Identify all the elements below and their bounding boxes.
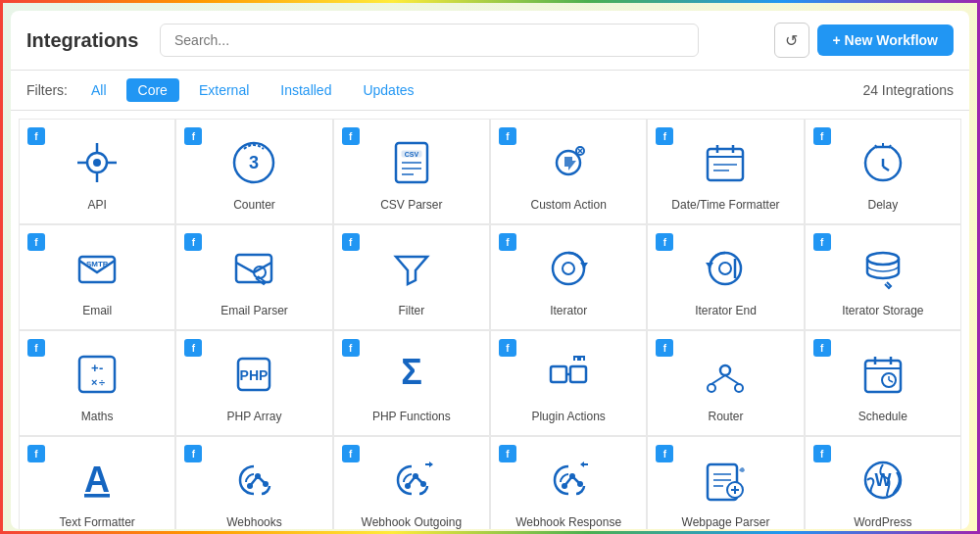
card-counter[interactable]: f 3 Counter	[175, 119, 332, 224]
php-functions-icon: Σ	[384, 347, 439, 402]
card-email[interactable]: f SMTP Email	[19, 224, 175, 330]
card-iterator[interactable]: f Iterator	[490, 224, 647, 330]
header: Integrations ↺ + New Workflow	[11, 11, 969, 71]
card-badge-schedule: f	[813, 339, 831, 357]
card-router[interactable]: f Router	[647, 330, 804, 436]
main-container: Integrations ↺ + New Workflow Filters: A…	[11, 11, 969, 529]
card-badge-maths: f	[27, 339, 45, 357]
svg-point-64	[263, 481, 269, 487]
webhook-outgoing-icon	[384, 453, 439, 508]
svg-point-34	[719, 263, 731, 274]
card-webhook-response[interactable]: f Webhook Response	[490, 436, 647, 529]
svg-line-60	[889, 380, 893, 382]
svg-line-25	[883, 167, 889, 170]
svg-point-51	[735, 384, 743, 392]
text-formatter-icon: A	[70, 453, 124, 508]
refresh-button[interactable]: ↺	[774, 23, 809, 58]
card-badge-email-parser: f	[184, 233, 202, 251]
card-webpage-parser[interactable]: f Webpage Parser	[647, 436, 804, 529]
card-datetime[interactable]: f Date/Time Formatter	[647, 119, 804, 224]
card-csv-parser[interactable]: f CSV CSV Parser	[333, 119, 490, 224]
filter-external[interactable]: External	[187, 78, 261, 102]
card-badge-webhook-response: f	[499, 445, 516, 462]
iterator-icon	[541, 241, 596, 296]
svg-marker-32	[580, 263, 588, 268]
svg-point-37	[867, 253, 899, 265]
card-maths[interactable]: f + - × ÷ Maths	[19, 330, 175, 436]
card-text-formatter[interactable]: f A Text Formatter	[19, 436, 175, 529]
card-api[interactable]: f API	[19, 119, 175, 224]
webhook-response-icon	[541, 453, 596, 508]
csv-icon: CSV	[384, 135, 439, 190]
svg-point-31	[563, 263, 574, 274]
svg-marker-69	[429, 461, 433, 467]
wordpress-icon: W	[856, 453, 910, 508]
filters-label: Filters:	[26, 82, 68, 98]
card-badge-iterator-end: f	[656, 233, 673, 251]
filter-updates[interactable]: Updates	[351, 78, 425, 102]
card-badge-webhook-outgoing: f	[342, 445, 360, 462]
card-custom-action[interactable]: f Custom Action	[490, 119, 647, 224]
svg-rect-28	[236, 255, 271, 282]
card-badge-iterator: f	[499, 233, 516, 251]
card-badge-delay: f	[813, 127, 831, 145]
svg-point-65	[405, 483, 411, 489]
counter-icon: 3	[226, 135, 281, 190]
card-php-functions[interactable]: f Σ PHP Functions	[333, 330, 490, 436]
svg-rect-47	[570, 366, 586, 382]
svg-point-67	[420, 481, 426, 487]
card-label-wordpress: WordPress	[854, 515, 911, 529]
card-label-iterator-storage: Iterator Storage	[842, 304, 923, 317]
email-parser-icon	[226, 241, 281, 296]
svg-point-70	[562, 483, 567, 489]
header-actions: ↺ + New Workflow	[774, 23, 954, 58]
card-wordpress[interactable]: f W WordPress	[805, 436, 961, 529]
svg-line-53	[725, 375, 739, 384]
card-label-schedule: Schedule	[858, 410, 907, 423]
card-label-php-array: PHP Array	[227, 410, 282, 423]
card-badge-webhooks: f	[184, 445, 202, 462]
card-delay[interactable]: f Delay	[805, 119, 961, 224]
card-badge-iterator-storage: f	[813, 233, 831, 251]
card-badge-wordpress: f	[813, 445, 831, 462]
card-email-parser[interactable]: f Email Parser	[175, 224, 332, 330]
svg-point-71	[569, 473, 575, 479]
svg-text:-: -	[99, 361, 103, 375]
filter-icon	[384, 241, 439, 296]
card-iterator-end[interactable]: f Iterator End	[647, 224, 804, 330]
card-php-array[interactable]: f PHP PHP Array	[175, 330, 332, 436]
card-schedule[interactable]: f Schedule	[805, 330, 961, 436]
filter-installed[interactable]: Installed	[269, 78, 343, 102]
card-plugin-actions[interactable]: f Plugin Actions	[490, 330, 647, 436]
filter-all[interactable]: All	[79, 78, 119, 102]
svg-text:÷: ÷	[99, 376, 105, 388]
datetime-icon	[698, 135, 753, 190]
card-webhook-outgoing[interactable]: f Webhook Outgoing	[333, 436, 490, 529]
page-title: Integrations	[26, 29, 144, 52]
new-workflow-button[interactable]: + New Workflow	[817, 24, 954, 56]
filter-core[interactable]: Core	[126, 78, 179, 102]
schedule-icon	[856, 347, 910, 402]
card-filter[interactable]: f Filter	[333, 224, 490, 330]
card-label-api: API	[87, 198, 106, 212]
card-label-php-functions: PHP Functions	[372, 410, 451, 423]
svg-point-72	[577, 481, 583, 487]
search-input[interactable]	[160, 24, 699, 57]
card-label-webpage-parser: Webpage Parser	[682, 515, 770, 529]
svg-marker-35	[706, 263, 713, 268]
svg-text:A: A	[84, 460, 110, 500]
card-badge-custom: f	[499, 127, 516, 145]
card-badge-filter: f	[342, 233, 360, 251]
custom-action-icon	[541, 135, 596, 190]
router-icon	[698, 347, 753, 402]
card-label-email-parser: Email Parser	[220, 304, 288, 317]
svg-marker-74	[580, 461, 584, 467]
svg-text:Σ: Σ	[401, 352, 422, 392]
svg-rect-46	[551, 366, 566, 382]
card-label-webhook-outgoing: Webhook Outgoing	[362, 515, 463, 529]
webpage-parser-icon	[698, 453, 753, 508]
card-webhooks[interactable]: f Webhooks	[175, 436, 332, 529]
svg-text:SMTP: SMTP	[86, 260, 109, 268]
svg-point-49	[720, 365, 730, 375]
card-iterator-storage[interactable]: f Iterator Storage	[805, 224, 961, 330]
